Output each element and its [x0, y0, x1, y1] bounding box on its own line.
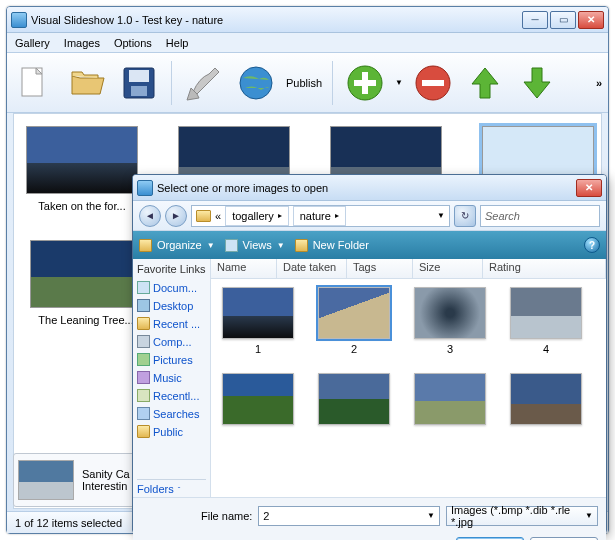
file-list-pane: Name Date taken Tags Size Rating 1 2 3 4 — [211, 259, 606, 497]
file-item[interactable]: 4 — [507, 287, 585, 355]
fav-recently[interactable]: Recentl... — [137, 387, 206, 404]
crumb-dropdown-icon[interactable]: ▼ — [437, 211, 445, 220]
fav-public[interactable]: Public — [137, 423, 206, 440]
thumb-caption: Taken on the for... — [38, 200, 125, 212]
maximize-button[interactable]: ▭ — [550, 11, 576, 29]
detail-line: Sanity Ca — [82, 468, 130, 480]
folder-icon — [139, 239, 152, 252]
app-icon — [11, 12, 27, 28]
views-icon — [225, 239, 238, 252]
save-button[interactable] — [117, 61, 161, 105]
minimize-button[interactable]: ─ — [522, 11, 548, 29]
file-label: 1 — [255, 343, 261, 355]
new-folder-button[interactable]: New Folder — [295, 239, 369, 252]
file-item[interactable] — [219, 373, 297, 425]
window-title: Visual Slideshow 1.0 - Test key - nature — [31, 14, 522, 26]
dialog-close-button[interactable]: ✕ — [576, 179, 602, 197]
svg-rect-2 — [129, 70, 149, 82]
fav-desktop[interactable]: Desktop — [137, 297, 206, 314]
fav-pictures[interactable]: Pictures — [137, 351, 206, 368]
dialog-buttons: Open Cancel — [133, 533, 606, 540]
fav-searches[interactable]: Searches — [137, 405, 206, 422]
nav-row: ◄ ► « togallery▸ nature▸ ▼ ↻ Search — [133, 201, 606, 231]
back-button[interactable]: ◄ — [139, 205, 161, 227]
dialog-titlebar[interactable]: Select one or more images to open ✕ — [133, 175, 606, 201]
filename-row: File name: 2▼ Images (*.bmp *.dib *.rle … — [133, 497, 606, 533]
gallery-thumb[interactable]: The Leaning Tree... — [26, 240, 146, 326]
file-item[interactable]: 1 — [219, 287, 297, 355]
open-file-button[interactable]: Open — [456, 537, 524, 541]
file-item[interactable] — [315, 373, 393, 425]
file-label: 3 — [447, 343, 453, 355]
col-rating[interactable]: Rating — [483, 259, 606, 278]
file-label: 2 — [351, 343, 357, 355]
detail-line: Interestin — [82, 480, 130, 492]
fav-documents[interactable]: Docum... — [137, 279, 206, 296]
more-icon[interactable]: » — [596, 77, 602, 89]
menubar: Gallery Images Options Help — [7, 33, 608, 53]
folders-toggle[interactable]: Foldersˆ — [137, 479, 206, 495]
open-button[interactable] — [65, 61, 109, 105]
down-button[interactable] — [515, 61, 559, 105]
col-tags[interactable]: Tags — [347, 259, 413, 278]
favorites-pane: Favorite Links Docum... Desktop Recent .… — [133, 259, 211, 497]
fav-recent[interactable]: Recent ... — [137, 315, 206, 332]
refresh-button[interactable]: ↻ — [454, 205, 476, 227]
filename-label: File name: — [201, 510, 252, 522]
file-item[interactable] — [411, 373, 489, 425]
favorites-heading: Favorite Links — [137, 261, 206, 278]
col-size[interactable]: Size — [413, 259, 483, 278]
search-input[interactable]: Search — [480, 205, 600, 227]
cancel-button[interactable]: Cancel — [530, 537, 598, 541]
organize-row: Organize▼ Views▼ New Folder ? — [133, 231, 606, 259]
filename-input[interactable]: 2▼ — [258, 506, 440, 526]
menu-images[interactable]: Images — [64, 37, 100, 49]
add-dropdown-icon[interactable]: ▼ — [395, 78, 403, 87]
svg-point-4 — [240, 67, 272, 99]
main-titlebar[interactable]: Visual Slideshow 1.0 - Test key - nature… — [7, 7, 608, 33]
close-button[interactable]: ✕ — [578, 11, 604, 29]
svg-rect-9 — [422, 80, 444, 86]
breadcrumb[interactable]: « togallery▸ nature▸ ▼ — [191, 205, 450, 227]
file-item[interactable]: 2 — [315, 287, 393, 355]
file-thumbs: 1 2 3 4 — [211, 279, 606, 497]
fav-computer[interactable]: Comp... — [137, 333, 206, 350]
folder-icon — [196, 210, 211, 222]
crumb-seg[interactable]: nature — [300, 210, 331, 222]
organize-button[interactable]: Organize▼ — [139, 239, 215, 252]
add-button[interactable] — [343, 61, 387, 105]
help-button[interactable]: ? — [584, 237, 600, 253]
file-item[interactable]: 3 — [411, 287, 489, 355]
folder-icon — [295, 239, 308, 252]
toolbar: Publish ▼ » — [7, 53, 608, 113]
thumb-caption: The Leaning Tree... — [38, 314, 133, 326]
remove-button[interactable] — [411, 61, 455, 105]
crumb-seg[interactable]: togallery — [232, 210, 274, 222]
svg-rect-3 — [131, 86, 147, 96]
column-headers[interactable]: Name Date taken Tags Size Rating — [211, 259, 606, 279]
dialog-title: Select one or more images to open — [157, 182, 576, 194]
file-item[interactable] — [507, 373, 585, 425]
menu-gallery[interactable]: Gallery — [15, 37, 50, 49]
col-name[interactable]: Name — [211, 259, 277, 278]
detail-thumb — [18, 460, 74, 500]
file-open-dialog: Select one or more images to open ✕ ◄ ► … — [132, 174, 607, 534]
filetype-filter[interactable]: Images (*.bmp *.dib *.rle *.jpg▼ — [446, 506, 598, 526]
menu-options[interactable]: Options — [114, 37, 152, 49]
status-text: 1 of 12 items selected — [15, 517, 122, 529]
col-date[interactable]: Date taken — [277, 259, 347, 278]
publish-label[interactable]: Publish — [286, 77, 322, 89]
dialog-icon — [137, 180, 153, 196]
publish-globe-icon[interactable] — [234, 61, 278, 105]
settings-button[interactable] — [182, 61, 226, 105]
menu-help[interactable]: Help — [166, 37, 189, 49]
views-button[interactable]: Views▼ — [225, 239, 285, 252]
fav-music[interactable]: Music — [137, 369, 206, 386]
file-label: 4 — [543, 343, 549, 355]
new-button[interactable] — [13, 61, 57, 105]
up-button[interactable] — [463, 61, 507, 105]
svg-rect-7 — [354, 80, 376, 86]
gallery-thumb[interactable]: Taken on the for... — [26, 126, 138, 212]
forward-button[interactable]: ► — [165, 205, 187, 227]
